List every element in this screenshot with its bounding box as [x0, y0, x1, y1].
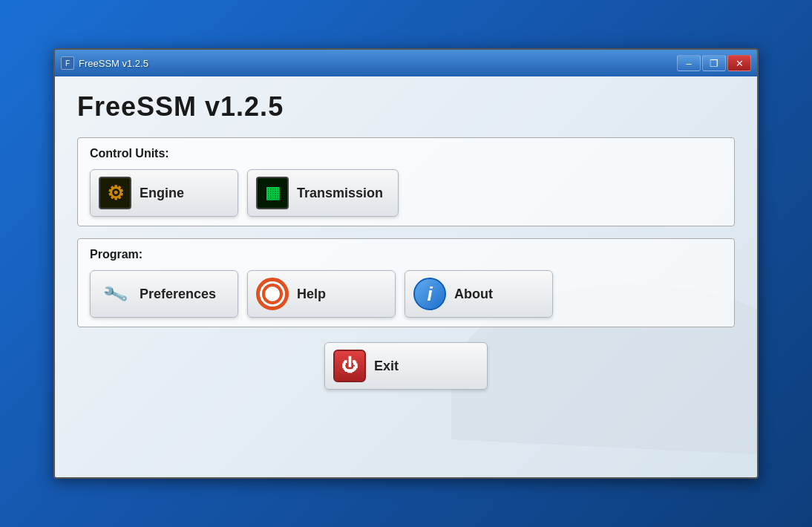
- main-window: F FreeSSM v1.2.5 – ❐ ✕ FreeSSM v1.2.5 Co…: [53, 48, 759, 479]
- transmission-button[interactable]: Transmission: [247, 169, 399, 217]
- control-units-group: Control Units: Engine Transmission: [77, 137, 735, 226]
- restore-button[interactable]: ❐: [702, 55, 726, 71]
- engine-button-label: Engine: [140, 186, 184, 201]
- help-button-label: Help: [297, 287, 326, 302]
- exit-button[interactable]: Exit: [324, 342, 488, 390]
- program-buttons: Preferences Help i About: [90, 270, 722, 318]
- program-label: Program:: [90, 248, 722, 261]
- program-group: Program: Preferences Help: [77, 238, 735, 327]
- about-button[interactable]: i About: [405, 270, 553, 318]
- window-content: FreeSSM v1.2.5 Control Units: Engine: [55, 76, 757, 477]
- engine-button[interactable]: Engine: [90, 169, 238, 217]
- title-bar-left: F FreeSSM v1.2.5: [61, 56, 148, 70]
- window-title: FreeSSM v1.2.5: [79, 58, 148, 69]
- preferences-icon-img: [99, 278, 131, 310]
- preferences-button[interactable]: Preferences: [90, 270, 238, 318]
- help-icon: [255, 277, 289, 311]
- exit-button-label: Exit: [374, 359, 399, 374]
- title-bar: F FreeSSM v1.2.5 – ❐ ✕: [55, 50, 757, 76]
- transmission-button-label: Transmission: [297, 186, 383, 201]
- about-button-label: About: [454, 287, 493, 302]
- close-button[interactable]: ✕: [727, 55, 751, 71]
- about-icon: i: [413, 277, 447, 311]
- engine-icon: [98, 176, 132, 210]
- app-title: FreeSSM v1.2.5: [77, 91, 735, 122]
- engine-icon-img: [99, 177, 131, 209]
- control-units-buttons: Engine Transmission: [90, 169, 722, 217]
- minimize-button[interactable]: –: [677, 55, 701, 71]
- content-area: FreeSSM v1.2.5 Control Units: Engine: [55, 76, 757, 477]
- help-icon-img: [256, 278, 289, 310]
- help-button[interactable]: Help: [247, 270, 396, 318]
- exit-icon-img: [333, 350, 366, 382]
- preferences-button-label: Preferences: [140, 287, 216, 302]
- exit-icon: [333, 349, 367, 383]
- transmission-icon-img: [256, 177, 289, 209]
- control-units-label: Control Units:: [90, 147, 722, 160]
- title-bar-buttons: – ❐ ✕: [677, 55, 751, 71]
- app-icon: F: [61, 56, 74, 70]
- about-icon-img: i: [413, 278, 446, 310]
- exit-row: Exit: [77, 342, 735, 390]
- transmission-icon: [255, 176, 289, 210]
- preferences-icon: [98, 277, 132, 311]
